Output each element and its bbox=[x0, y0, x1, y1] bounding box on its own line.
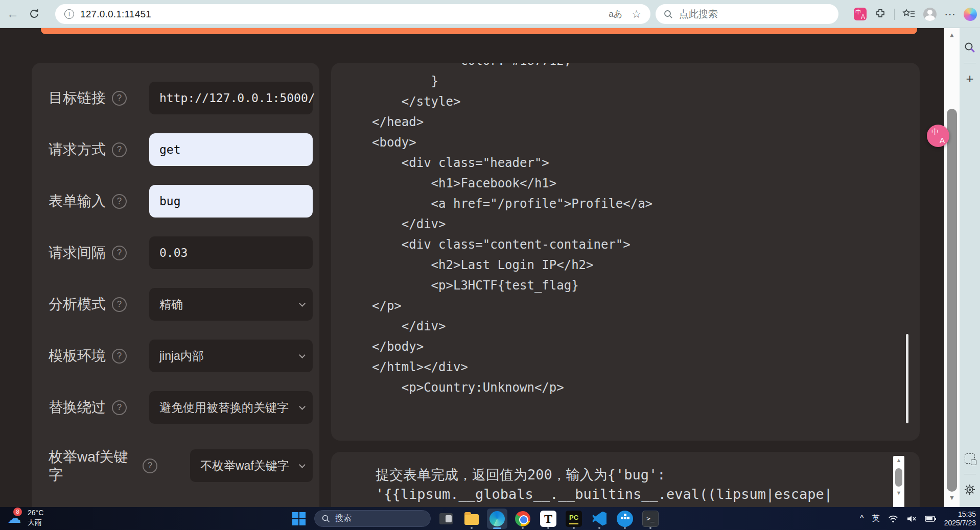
help-icon[interactable]: ? bbox=[112, 400, 127, 415]
immersive-translate-icon[interactable]: 中 A bbox=[854, 8, 867, 20]
page-scrollbar-thumb[interactable] bbox=[947, 109, 957, 492]
help-icon[interactable]: ? bbox=[112, 297, 127, 312]
fab-en: A bbox=[940, 136, 945, 144]
help-icon[interactable]: ? bbox=[112, 142, 127, 157]
taskbar-app-docker[interactable] bbox=[615, 509, 635, 529]
taskbar-app-terminal[interactable]: >_ bbox=[640, 509, 661, 529]
waf-enum-select[interactable]: 不枚举waf关键字 bbox=[190, 449, 313, 482]
more-menu-icon[interactable]: ⋯ bbox=[944, 8, 956, 21]
help-icon[interactable]: ? bbox=[143, 459, 157, 473]
tray-time: 15:35 bbox=[944, 510, 976, 519]
address-bar[interactable]: i 127.0.0.1:11451 aあ ☆ bbox=[55, 4, 650, 24]
page-orange-header bbox=[41, 28, 917, 34]
profile-avatar[interactable] bbox=[923, 8, 937, 21]
screenshot-icon[interactable] bbox=[960, 448, 980, 469]
tray-clock[interactable]: 15:35 2025/7/23 bbox=[944, 510, 976, 527]
sidebar-add-icon[interactable]: + bbox=[960, 68, 980, 89]
webpage: 目标链接 ? http://127.0.0.1:5000/ 请求方式 ? get… bbox=[0, 28, 980, 507]
form-input-field[interactable]: bug bbox=[149, 185, 313, 218]
file-explorer-icon bbox=[464, 514, 479, 525]
taskbar-search-label: 搜索 bbox=[335, 513, 352, 524]
ime-language-indicator[interactable]: 英 bbox=[872, 514, 880, 523]
favorites-bar-icon[interactable] bbox=[902, 8, 916, 20]
copilot-icon[interactable] bbox=[964, 8, 977, 21]
battery-icon[interactable] bbox=[925, 515, 936, 522]
form-row-waf-enum: 枚举waf关键字 ? 不枚举waf关键字 bbox=[49, 443, 313, 489]
result-scrollbar-thumb[interactable] bbox=[895, 468, 902, 487]
template-env-select[interactable]: jinja内部 bbox=[149, 340, 313, 372]
docker-icon bbox=[617, 511, 633, 527]
taskbar-app-chrome[interactable] bbox=[512, 509, 533, 529]
target-url-input[interactable]: http://127.0.0.1:5000/ bbox=[149, 82, 313, 114]
site-info-icon[interactable]: i bbox=[64, 9, 74, 19]
field-label: 模板环境 bbox=[49, 346, 106, 366]
select-value: 精确 bbox=[159, 297, 183, 312]
request-interval-input[interactable]: 0.03 bbox=[149, 236, 313, 269]
translate-fab[interactable]: 中 A bbox=[927, 125, 949, 147]
search-box[interactable]: 点此搜索 bbox=[656, 4, 838, 24]
result-log-text: 提交表单完成，返回值为200，输入为{'bug': '{{lipsum.__gl… bbox=[331, 452, 920, 504]
form-row-interval: 请求间隔 ? 0.03 bbox=[49, 236, 313, 269]
search-placeholder: 点此搜索 bbox=[679, 8, 718, 21]
vscode-icon bbox=[592, 512, 606, 526]
back-icon[interactable]: ← bbox=[4, 5, 21, 22]
sidebar-settings-gear-icon[interactable] bbox=[960, 479, 980, 500]
taskbar-app-typora[interactable]: T bbox=[538, 509, 558, 529]
page-scrollbar[interactable]: ▲ ▼ bbox=[944, 28, 960, 507]
chevron-down-icon bbox=[299, 300, 306, 307]
scroll-down-icon[interactable]: ▼ bbox=[893, 490, 904, 496]
response-code-panel: color: #187712, } </style> </head> <body… bbox=[331, 63, 920, 441]
attack-form-card: 目标链接 ? http://127.0.0.1:5000/ 请求方式 ? get… bbox=[32, 63, 319, 507]
help-icon[interactable]: ? bbox=[112, 194, 127, 209]
toolbar-divider bbox=[894, 9, 895, 20]
chevron-down-icon bbox=[299, 352, 306, 358]
field-label: 表单输入 bbox=[49, 191, 106, 211]
taskbar-app-vscode[interactable] bbox=[589, 509, 610, 529]
help-icon[interactable]: ? bbox=[112, 246, 127, 260]
tray-expand-icon[interactable]: ^ bbox=[860, 514, 864, 524]
favorite-star-icon[interactable]: ☆ bbox=[632, 8, 641, 20]
translate-icon[interactable]: aあ bbox=[609, 8, 622, 20]
response-html-code: color: #187712, } </style> </head> <body… bbox=[331, 63, 920, 398]
field-label: 请求间隔 bbox=[49, 243, 106, 262]
scroll-up-icon[interactable]: ▲ bbox=[944, 31, 960, 39]
pycharm-icon: PC bbox=[566, 511, 582, 527]
select-value: jinja内部 bbox=[159, 348, 204, 364]
chevron-down-icon bbox=[299, 462, 306, 468]
scroll-down-icon[interactable]: ▼ bbox=[944, 494, 960, 501]
help-icon[interactable]: ? bbox=[112, 91, 127, 106]
form-row-replace-bypass: 替换绕过 ? 避免使用被替换的关键字 bbox=[49, 391, 313, 424]
request-method-input[interactable]: get bbox=[149, 133, 313, 166]
weather-widget[interactable]: ☁ 8 26°C 大雨 bbox=[5, 508, 43, 527]
reload-icon[interactable] bbox=[26, 5, 43, 22]
weather-temp: 26°C bbox=[28, 508, 43, 518]
field-label: 分析模式 bbox=[49, 295, 106, 314]
terminal-icon: >_ bbox=[642, 511, 659, 527]
tray-date: 2025/7/23 bbox=[944, 519, 976, 527]
taskbar-app-pycharm[interactable]: PC bbox=[564, 509, 584, 529]
taskbar-app-edge[interactable] bbox=[487, 509, 507, 529]
taskbar-app-explorer[interactable] bbox=[461, 509, 482, 529]
taskbar-search[interactable]: 搜索 bbox=[314, 510, 431, 527]
result-line: '{{lipsum.__globals__.__builtins__.eval(… bbox=[376, 485, 879, 504]
sidebar-divider bbox=[964, 474, 976, 474]
taskbar-app-snipping[interactable] bbox=[436, 509, 456, 529]
weather-alert-badge: 8 bbox=[13, 508, 22, 516]
edge-sidebar: + bbox=[960, 28, 980, 507]
code-scrollbar-thumb[interactable] bbox=[906, 334, 908, 423]
sidebar-search-icon[interactable] bbox=[960, 37, 980, 58]
edge-icon bbox=[489, 511, 505, 526]
form-row-form-input: 表单输入 ? bug bbox=[49, 185, 313, 218]
analyze-mode-select[interactable]: 精确 bbox=[149, 288, 313, 321]
weather-desc: 大雨 bbox=[28, 518, 43, 527]
replace-bypass-select[interactable]: 避免使用被替换的关键字 bbox=[149, 391, 313, 424]
url-text[interactable]: 127.0.0.1:11451 bbox=[80, 9, 609, 20]
volume-muted-icon[interactable] bbox=[906, 515, 917, 523]
typora-icon: T bbox=[540, 511, 556, 527]
help-icon[interactable]: ? bbox=[112, 349, 127, 364]
start-button[interactable] bbox=[289, 509, 309, 529]
extensions-icon[interactable] bbox=[874, 8, 886, 20]
chevron-down-icon bbox=[299, 403, 306, 410]
wifi-icon[interactable] bbox=[888, 515, 898, 523]
scroll-up-icon[interactable]: ▲ bbox=[893, 457, 904, 463]
